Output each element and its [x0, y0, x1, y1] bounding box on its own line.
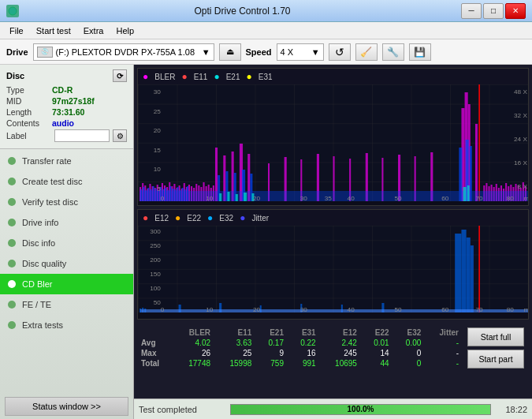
- speed-dropdown-arrow: ▼: [311, 47, 320, 57]
- stats-header-jitter: Jitter: [425, 327, 463, 338]
- stats-avg-e22: 0.01: [361, 338, 393, 348]
- nav-icon-extra-tests: [6, 320, 17, 331]
- progress-bar-container: 100.0%: [230, 404, 491, 415]
- svg-point-0: [9, 7, 17, 15]
- drive-select[interactable]: 💿 (F:) PLEXTOR DVDR PX-755A 1.08 ▼: [33, 43, 214, 61]
- disc-label-icon-button[interactable]: ⚙: [113, 129, 127, 142]
- erase-button[interactable]: 🧹: [355, 43, 378, 61]
- nav-item-drive-info[interactable]: Drive info: [0, 212, 133, 233]
- speed-select[interactable]: 4 X ▼: [277, 43, 324, 61]
- stats-total-e31: 991: [288, 358, 320, 368]
- drive-bar: Drive 💿 (F:) PLEXTOR DVDR PX-755A 1.08 ▼…: [0, 39, 532, 65]
- stats-total-e32: 0: [393, 358, 426, 368]
- stats-row: BLER E11 E21 E31 E12 E22 E32 Jitter: [137, 323, 529, 373]
- stats-header-bler: BLER: [173, 327, 214, 338]
- stats-header-empty: [137, 327, 173, 338]
- start-full-button[interactable]: Start full: [467, 327, 524, 346]
- svg-rect-99: [172, 189, 173, 201]
- svg-text:50: 50: [154, 299, 162, 306]
- chart-bottom-legend: ● E12 ● E22 ● E32 ● Jitter: [138, 210, 528, 226]
- disc-refresh-button[interactable]: ⟳: [113, 69, 127, 82]
- svg-rect-101: [177, 187, 179, 201]
- stats-total-label: Total: [137, 358, 173, 368]
- svg-rect-88: [145, 190, 147, 201]
- svg-point-1: [8, 157, 16, 165]
- speed-label: Speed: [246, 47, 272, 57]
- nav-item-create-test-disc[interactable]: Create test disc: [0, 171, 133, 192]
- nav-label-verify-test-disc: Verify test disc: [22, 197, 78, 207]
- side-buttons: Start full Start part: [463, 324, 529, 372]
- svg-rect-96: [165, 188, 166, 201]
- svg-text:10: 10: [206, 306, 214, 312]
- nav-icon-disc-quality: [6, 258, 17, 269]
- disc-panel: Disc ⟳ Type CD-R MID 97m27s18f Length 73…: [0, 65, 133, 149]
- stats-avg-e21: 0.17: [255, 338, 288, 348]
- nav-item-transfer-rate[interactable]: Transfer rate: [0, 151, 133, 171]
- svg-rect-66: [475, 124, 478, 201]
- stats-header-e12: E12: [320, 327, 361, 338]
- tools-button[interactable]: 🔧: [382, 43, 404, 61]
- nav-item-disc-info[interactable]: Disc info: [0, 233, 133, 253]
- svg-text:30: 30: [300, 306, 308, 312]
- svg-text:80: 80: [507, 195, 515, 201]
- nav-item-verify-test-disc[interactable]: Verify test disc: [0, 192, 133, 212]
- nav-label-create-test-disc: Create test disc: [22, 177, 82, 186]
- svg-rect-100: [174, 189, 176, 201]
- stats-avg-e12: 2.42: [320, 338, 361, 348]
- start-part-button[interactable]: Start part: [467, 350, 524, 368]
- svg-text:5: 5: [157, 185, 161, 193]
- nav-label-disc-info: Disc info: [22, 238, 55, 248]
- menu-file[interactable]: File: [3, 24, 30, 37]
- stats-max-e21: 9: [255, 348, 288, 358]
- svg-rect-116: [236, 194, 238, 201]
- svg-point-6: [8, 260, 16, 267]
- svg-text:150: 150: [150, 271, 161, 278]
- svg-rect-119: [463, 187, 467, 201]
- menu-help[interactable]: Help: [110, 24, 140, 37]
- nav-icon-transfer-rate: [6, 155, 17, 166]
- svg-rect-162: [140, 309, 528, 312]
- svg-point-4: [8, 219, 16, 226]
- nav-icon-drive-info: [6, 217, 17, 228]
- refresh-button[interactable]: ↺: [329, 43, 351, 61]
- disc-type-key: Type: [6, 85, 52, 95]
- svg-rect-86: [140, 189, 142, 201]
- minimize-button[interactable]: ─: [461, 3, 482, 19]
- menu-extra[interactable]: Extra: [77, 24, 110, 37]
- svg-point-3: [8, 198, 16, 206]
- status-window-button[interactable]: Status window >>: [5, 397, 128, 416]
- nav-icon-verify-test-disc: [6, 196, 17, 208]
- main-area: Disc ⟳ Type CD-R MID 97m27s18f Length 73…: [0, 65, 532, 419]
- nav-item-cd-bler[interactable]: CD Bler: [0, 274, 133, 294]
- stats-max-e31: 16: [288, 348, 320, 358]
- menu-start-test[interactable]: Start test: [30, 24, 77, 37]
- svg-text:80: 80: [507, 306, 515, 312]
- nav-item-extra-tests[interactable]: Extra tests: [0, 315, 133, 335]
- charts-area: ● BLER ● E11 ● E21 ● E31: [134, 65, 532, 398]
- top-chart-svg: 30 25 20 15 10 5 0 10 20 30 35 40 50: [138, 84, 528, 201]
- svg-rect-113: [470, 146, 472, 201]
- svg-rect-97: [167, 190, 169, 201]
- disc-label-input[interactable]: [54, 129, 110, 142]
- drive-value: (F:) PLEXTOR DVDR PX-755A 1.08: [56, 47, 195, 57]
- close-button[interactable]: ✕: [505, 3, 526, 19]
- svg-text:50: 50: [394, 195, 402, 201]
- svg-text:0: 0: [161, 306, 165, 312]
- sidebar: Disc ⟳ Type CD-R MID 97m27s18f Length 73…: [0, 65, 134, 419]
- stats-max-e22: 14: [361, 348, 393, 358]
- svg-point-2: [8, 178, 16, 185]
- svg-text:32 X: 32 X: [514, 112, 528, 119]
- maximize-button[interactable]: □: [483, 3, 504, 19]
- svg-text:15: 15: [154, 147, 162, 154]
- svg-point-8: [8, 301, 16, 309]
- svg-text:60: 60: [441, 195, 449, 201]
- save-button[interactable]: 💾: [409, 43, 431, 61]
- nav-item-disc-quality[interactable]: Disc quality: [0, 253, 133, 274]
- stats-header-e22: E22: [361, 327, 393, 338]
- drive-dropdown-arrow: ▼: [202, 47, 210, 57]
- nav-item-fe-te[interactable]: FE / TE: [0, 294, 133, 315]
- stats-max-label: Max: [137, 348, 173, 358]
- legend-e11-label: E11: [194, 73, 208, 81]
- svg-rect-91: [153, 186, 154, 201]
- eject-button[interactable]: ⏏: [219, 43, 241, 61]
